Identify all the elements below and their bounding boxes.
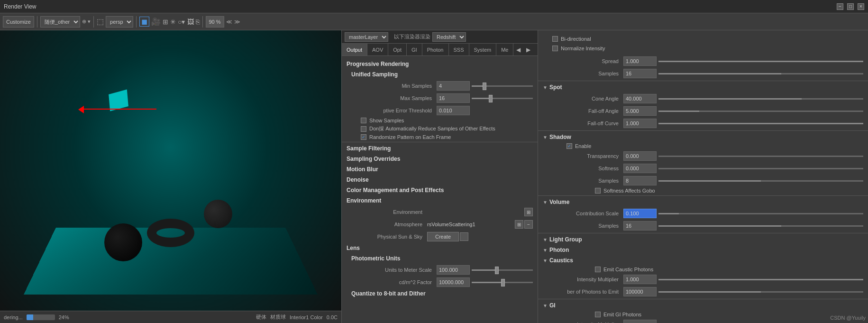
quantize-header[interactable]: Quantize to 8-bit and Dither bbox=[342, 288, 538, 299]
bi-directional-checkbox[interactable] bbox=[552, 36, 558, 42]
caustics-intensity-value[interactable]: 1.000 bbox=[623, 275, 657, 284]
shadow-enable-checkbox[interactable] bbox=[566, 143, 572, 149]
contribution-scale-slider[interactable] bbox=[658, 213, 863, 214]
crop-icon[interactable]: ⬚ bbox=[97, 17, 104, 26]
asterisk-icon[interactable]: ✳ bbox=[170, 18, 176, 26]
contribution-scale-value[interactable]: 0.100 bbox=[623, 209, 657, 218]
create-button[interactable]: Create bbox=[427, 232, 459, 241]
shadow-samples-slider[interactable] bbox=[658, 180, 863, 182]
max-samples-input[interactable] bbox=[437, 93, 470, 103]
physical-sun-tex-btn[interactable] bbox=[460, 232, 468, 241]
caustics-intensity-slider[interactable] bbox=[658, 279, 863, 280]
tab-aov[interactable]: AOV bbox=[367, 44, 388, 55]
volume-samples-value[interactable]: 16 bbox=[623, 221, 657, 231]
environment-section-header[interactable]: Environment bbox=[342, 195, 538, 206]
motion-blur-header[interactable]: Motion Blur bbox=[342, 164, 538, 175]
tab-output[interactable]: Output bbox=[342, 44, 367, 55]
environment-tex-btn-1[interactable]: ⊞ bbox=[524, 208, 533, 216]
tab-opt[interactable]: Opt bbox=[388, 44, 407, 55]
tab-me[interactable]: Me bbox=[496, 44, 513, 55]
cdm2-label: cd/m^2 Factor bbox=[351, 279, 437, 285]
atmosphere-tex-btn-2[interactable]: − bbox=[524, 220, 533, 229]
caustics-section-header[interactable]: ▼ Caustics bbox=[538, 255, 868, 266]
gi-intensity-value[interactable] bbox=[623, 320, 657, 323]
close-button[interactable]: × bbox=[858, 3, 864, 10]
tab-sss[interactable]: SSS bbox=[449, 44, 469, 55]
units-to-meter-slider[interactable] bbox=[472, 269, 533, 271]
photon-section-header[interactable]: ▼ Photon bbox=[538, 245, 868, 255]
min-samples-slider[interactable] bbox=[472, 85, 533, 87]
shadow-transparency-slider[interactable] bbox=[658, 156, 863, 157]
tab-scroll-left[interactable]: ◀ bbox=[513, 44, 523, 55]
spread-value[interactable]: 1.000 bbox=[623, 56, 657, 66]
top-samples-value[interactable]: 16 bbox=[623, 69, 657, 78]
softness-affects-gobo-row: Softness Affects Gobo bbox=[538, 187, 868, 194]
renderer-select[interactable]: Redshift bbox=[432, 32, 466, 42]
min-samples-input[interactable] bbox=[437, 81, 470, 91]
shadow-section-header[interactable]: ▼ Shadow bbox=[538, 132, 868, 142]
sampling-overrides-header[interactable]: Sampling Overrides bbox=[342, 154, 538, 164]
gi-section-header[interactable]: ▼ GI bbox=[538, 300, 868, 311]
cdm2-input[interactable] bbox=[437, 277, 470, 287]
nav-arrow-left[interactable]: ≪ bbox=[226, 18, 232, 25]
cone-angle-value[interactable]: 40.000 bbox=[623, 94, 657, 103]
persp-select[interactable]: persp bbox=[106, 16, 133, 28]
falloff-curve-label: Fall-off Curve bbox=[548, 120, 623, 126]
maximize-button[interactable]: □ bbox=[847, 3, 854, 10]
units-to-meter-input[interactable] bbox=[437, 265, 470, 275]
falloff-curve-slider[interactable] bbox=[658, 123, 863, 124]
window-title: Render View bbox=[4, 3, 36, 10]
denoise-header[interactable]: Denoise bbox=[342, 175, 538, 185]
minimize-button[interactable]: − bbox=[837, 3, 843, 10]
falloff-curve-value[interactable]: 1.000 bbox=[623, 119, 657, 128]
cdm2-slider[interactable] bbox=[472, 282, 533, 283]
customize-button[interactable]: Customize bbox=[3, 16, 34, 28]
falloff-angle-value[interactable]: 5.000 bbox=[623, 106, 657, 116]
shadow-transparency-value[interactable]: 0.000 bbox=[623, 151, 657, 161]
spread-slider[interactable] bbox=[658, 61, 863, 62]
progressive-rendering-header[interactable]: Progressive Rendering bbox=[342, 59, 538, 69]
tab-gi[interactable]: GI bbox=[407, 44, 422, 55]
image-icon[interactable]: 🖼 bbox=[187, 18, 194, 26]
dont-auto-reduce-label: Don採 Automatically Reduce Samples of Oth… bbox=[369, 125, 495, 132]
circle-icon[interactable]: ○▾ bbox=[178, 18, 185, 26]
num-photons-slider[interactable] bbox=[658, 291, 863, 293]
copy-icon[interactable]: ⎘ bbox=[196, 18, 200, 26]
color-management-header[interactable]: Color Management and Post Effects bbox=[342, 185, 538, 195]
adaptive-error-input[interactable] bbox=[437, 106, 470, 115]
camera-icon[interactable]: 🎥 bbox=[151, 17, 161, 26]
lens-header[interactable]: Lens bbox=[342, 243, 538, 253]
softness-affects-gobo-checkbox[interactable] bbox=[595, 188, 601, 194]
nav-arrow-right[interactable]: ≫ bbox=[234, 18, 240, 25]
shadow-softness-slider[interactable] bbox=[658, 168, 863, 169]
spot-section-header[interactable]: ▼ Spot bbox=[538, 82, 868, 92]
falloff-angle-slider[interactable] bbox=[658, 111, 863, 112]
layer-select[interactable]: masterLayer bbox=[345, 32, 388, 42]
volume-samples-slider[interactable] bbox=[658, 225, 863, 227]
grid-icon[interactable]: ⊞ bbox=[163, 18, 168, 26]
light-group-section-header[interactable]: ▼ Light Group bbox=[538, 234, 868, 245]
normalize-intensity-checkbox[interactable] bbox=[552, 46, 558, 51]
shadow-softness-value[interactable]: 0.000 bbox=[623, 164, 657, 173]
camera-select[interactable]: 随便_other bbox=[40, 16, 80, 28]
photometric-units-header[interactable]: Photometric Units bbox=[342, 253, 538, 264]
max-samples-slider[interactable] bbox=[472, 98, 533, 99]
num-photons-value[interactable]: 100000 bbox=[623, 287, 657, 296]
top-samples-slider[interactable] bbox=[658, 73, 863, 74]
tab-photon[interactable]: Photon bbox=[422, 44, 449, 55]
unified-sampling-header[interactable]: Unified Sampling bbox=[342, 69, 538, 80]
emit-gi-checkbox[interactable] bbox=[595, 312, 601, 317]
show-samples-checkbox[interactable] bbox=[361, 118, 366, 123]
dont-auto-reduce-checkbox[interactable] bbox=[361, 126, 366, 132]
tab-system[interactable]: System bbox=[469, 44, 497, 55]
volume-section-header[interactable]: ▼ Volume bbox=[538, 197, 868, 207]
randomize-pattern-checkbox[interactable] bbox=[361, 134, 366, 140]
atmosphere-tex-btn-1[interactable]: ⊞ bbox=[515, 220, 523, 229]
cone-angle-label: Cone Angle bbox=[548, 96, 623, 102]
sample-filtering-header[interactable]: Sample Filtering bbox=[342, 143, 538, 154]
cone-angle-slider[interactable] bbox=[658, 98, 863, 100]
shadow-samples-value[interactable]: 8 bbox=[623, 176, 657, 185]
emit-caustic-checkbox[interactable] bbox=[595, 267, 601, 272]
tab-scroll-right[interactable]: ▶ bbox=[523, 44, 533, 55]
active-view-icon[interactable]: ◼ bbox=[139, 17, 149, 27]
